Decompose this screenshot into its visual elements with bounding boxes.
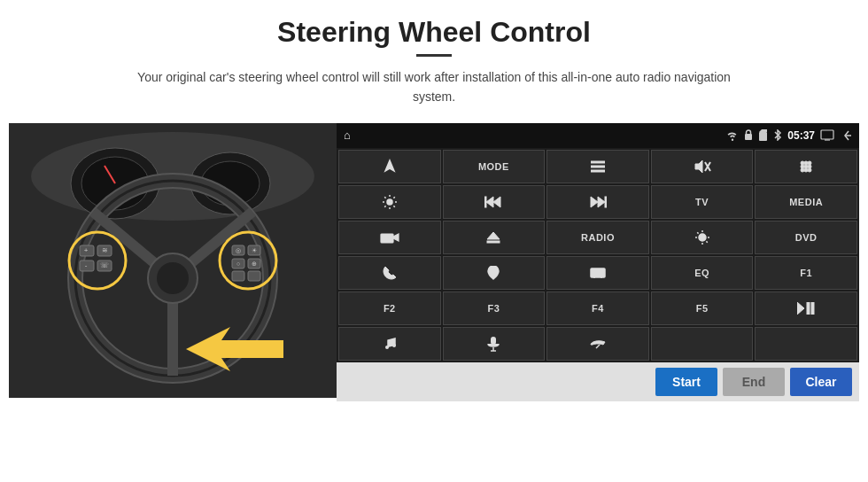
btn-hangup[interactable] [546,327,649,361]
svg-rect-58 [484,197,486,207]
btn-360cam[interactable]: 360 [338,221,441,254]
svg-point-48 [808,161,811,165]
title-divider [416,54,452,57]
status-left: ⌂ [344,128,351,142]
svg-point-54 [808,168,811,172]
btn-f1[interactable]: F1 [755,256,857,290]
svg-point-74 [385,346,389,349]
btn-eject[interactable] [443,221,546,254]
svg-rect-76 [491,337,496,345]
svg-rect-41 [591,161,605,163]
svg-rect-37 [759,132,767,141]
btn-tv[interactable]: TV [651,185,754,219]
svg-rect-65 [487,241,500,243]
svg-rect-68 [591,268,605,277]
svg-point-49 [801,165,804,168]
svg-rect-36 [745,134,752,140]
status-bar: ⌂ [337,123,859,148]
lock-icon [744,129,753,141]
svg-marker-56 [493,197,500,207]
svg-rect-38 [821,130,833,139]
btn-music[interactable] [338,327,441,361]
btn-eq[interactable]: EQ [651,256,754,290]
btn-playpause[interactable] [755,292,857,325]
svg-text:⊕: ⊕ [252,260,257,267]
end-button[interactable]: End [723,368,785,396]
btn-f5[interactable]: F5 [651,292,754,325]
page-wrapper: Steering Wheel Control Your original car… [0,0,868,482]
screen-icon [820,129,834,141]
svg-line-79 [596,345,600,348]
svg-point-46 [801,161,804,165]
btn-mic[interactable] [443,327,546,361]
svg-text:≋: ≋ [102,246,108,254]
svg-text:◎: ◎ [236,247,241,253]
btn-mode[interactable]: MODE [443,150,546,183]
svg-point-53 [804,168,808,172]
svg-point-50 [804,165,808,168]
svg-marker-59 [591,197,598,207]
sd-icon [758,129,768,141]
button-grid: MODE [337,148,859,362]
page-subtitle: Your original car's steering wheel contr… [124,67,744,107]
svg-rect-42 [591,166,605,167]
back-icon[interactable] [840,129,852,142]
btn-list[interactable] [546,150,649,183]
btn-settings[interactable] [338,185,441,219]
clear-button[interactable]: Clear [790,368,852,396]
btn-rect[interactable] [546,256,649,290]
btn-prev[interactable] [443,185,546,219]
svg-point-51 [808,165,811,168]
btn-mute[interactable] [651,150,754,183]
svg-rect-43 [591,170,605,172]
btn-dvd[interactable]: DVD [755,221,857,254]
btn-apps[interactable] [755,150,857,183]
svg-point-52 [801,168,804,172]
status-time: 05:37 [787,129,815,142]
content-row: + ≋ - ☏ ◎ ☀ ○ ⊕ [9,123,859,401]
wifi-icon [726,130,739,141]
home-icon[interactable]: ⌂ [344,128,351,142]
svg-point-47 [804,161,808,165]
svg-point-66 [699,234,706,241]
svg-rect-30 [248,271,260,281]
svg-rect-73 [811,302,814,315]
svg-rect-61 [605,197,607,207]
svg-rect-72 [807,302,810,315]
btn-f2[interactable]: F2 [338,292,441,325]
btn-brightness[interactable] [651,221,754,254]
action-bar: Start End Clear [337,362,859,401]
bluetooth-icon [773,129,782,141]
btn-navi2[interactable] [443,256,546,290]
svg-text:360: 360 [383,236,391,241]
svg-text:☏: ☏ [100,261,109,269]
steering-wheel-image: + ≋ - ☏ ◎ ☀ ○ ⊕ [9,123,337,398]
btn-f4[interactable]: F4 [546,292,649,325]
svg-text:☀: ☀ [252,247,257,253]
svg-text:-: - [85,261,88,269]
btn-phone[interactable] [338,256,441,290]
btn-empty1 [651,327,754,361]
btn-media[interactable]: MEDIA [755,185,857,219]
page-title: Steering Wheel Control [277,16,591,49]
svg-marker-57 [486,197,493,207]
start-button[interactable]: Start [655,368,717,396]
btn-f3[interactable]: F3 [443,292,546,325]
svg-text:○: ○ [236,260,240,267]
btn-nav[interactable] [338,150,441,183]
head-unit: ⌂ [337,123,859,401]
svg-point-75 [392,344,396,347]
svg-point-55 [387,199,392,205]
btn-empty2 [755,327,857,361]
svg-marker-64 [487,232,500,239]
svg-marker-60 [598,197,605,207]
svg-marker-71 [797,302,804,315]
svg-text:+: + [84,246,89,254]
btn-next[interactable] [546,185,649,219]
svg-point-14 [157,262,189,294]
btn-radio[interactable]: RADIO [546,221,649,254]
status-right: 05:37 [726,129,852,142]
svg-rect-29 [232,271,244,281]
